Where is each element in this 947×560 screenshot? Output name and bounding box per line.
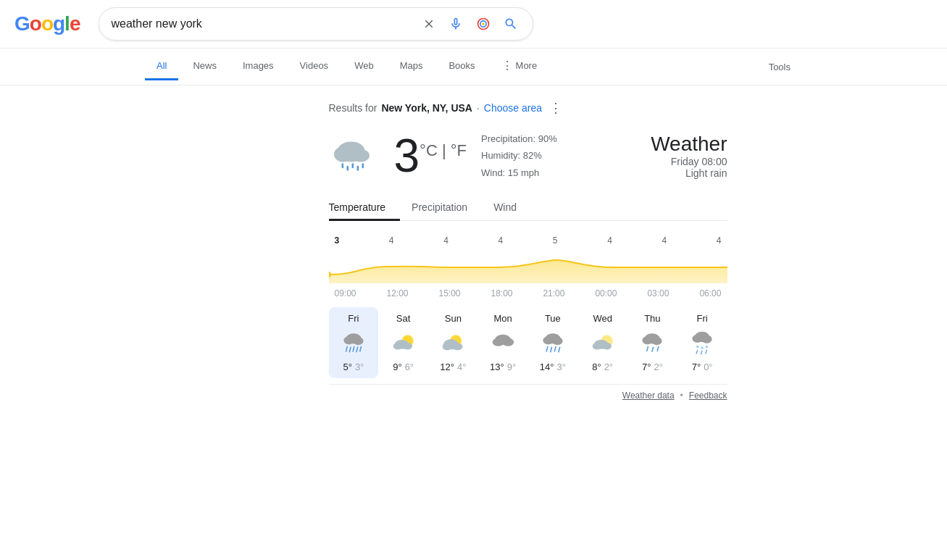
svg-point-21 — [393, 343, 402, 350]
chart-time-5: 00:00 — [595, 288, 617, 298]
day-sun[interactable]: Sun 12° 4° — [428, 307, 478, 378]
weather-details: Precipitation: 90% Humidity: 82% Wind: 1… — [481, 130, 557, 181]
results-dot: · — [477, 102, 480, 114]
tab-images[interactable]: Images — [231, 53, 285, 80]
chart-temp-3: 4 — [498, 235, 503, 246]
tab-all[interactable]: All — [145, 53, 178, 80]
chart-temp-1: 4 — [389, 235, 394, 246]
day-thu[interactable]: Thu 7° 2° — [627, 307, 677, 378]
svg-point-29 — [502, 338, 514, 346]
svg-point-43 — [652, 337, 662, 345]
temperature-chart-svg — [329, 247, 727, 283]
day-sat-icon — [389, 328, 418, 357]
day-wed[interactable]: Wed 8° 2° — [577, 307, 627, 378]
svg-point-52 — [706, 346, 708, 348]
search-icons — [420, 14, 521, 34]
svg-rect-9 — [356, 166, 359, 171]
svg-point-32 — [552, 337, 562, 345]
choose-area-link[interactable]: Choose area — [484, 102, 542, 114]
svg-point-48 — [693, 335, 703, 343]
day-fri-next-high: 7° — [692, 362, 701, 372]
temperature-display: 3 °C | °F — [394, 133, 467, 179]
chart-temp-4: 5 — [553, 235, 558, 246]
day-tue-high: 14° — [540, 362, 554, 372]
search-button[interactable] — [501, 14, 521, 34]
svg-point-40 — [602, 343, 612, 350]
day-tue-temps: 14° 3° — [540, 362, 566, 372]
more-dots-icon: ⋮ — [501, 59, 513, 72]
voice-search-button[interactable] — [446, 14, 466, 34]
day-fri-next[interactable]: Fri — [677, 307, 727, 378]
search-input[interactable]: weather new york — [111, 17, 414, 30]
svg-point-49 — [701, 335, 712, 343]
logo-o2: o — [41, 12, 53, 35]
svg-line-16 — [353, 347, 354, 351]
svg-point-13 — [353, 337, 363, 345]
svg-rect-10 — [362, 163, 364, 168]
day-fri-next-label: Fri — [697, 313, 708, 324]
svg-rect-8 — [351, 163, 354, 168]
svg-line-55 — [706, 351, 707, 354]
unit-separator: | — [442, 141, 446, 159]
weather-card: 3 °C | °F Precipitation: 90% Humidity: 8… — [329, 130, 727, 412]
day-mon-label: Mon — [493, 313, 512, 324]
weather-icon-main — [329, 134, 380, 177]
tab-web[interactable]: Web — [343, 53, 385, 80]
day-mon-icon — [488, 328, 517, 357]
chart-tabs: Temperature Precipitation Wind — [329, 196, 727, 221]
tab-books[interactable]: Books — [437, 53, 486, 80]
tab-videos[interactable]: Videos — [288, 53, 341, 80]
day-mon-low: 9° — [507, 362, 516, 372]
svg-line-18 — [360, 347, 362, 351]
chart-tab-temperature[interactable]: Temperature — [329, 196, 401, 221]
day-mon[interactable]: Mon 13° 9° — [478, 307, 528, 378]
clear-button[interactable] — [420, 14, 438, 33]
logo-g: G — [14, 12, 30, 35]
logo-l: l — [64, 12, 70, 35]
day-thu-low: 2° — [654, 362, 662, 372]
microphone-icon — [449, 17, 463, 31]
day-tue-label: Tue — [545, 313, 561, 324]
weather-data-link[interactable]: Weather data — [622, 390, 675, 401]
weather-label: Weather — [651, 133, 727, 156]
day-sat[interactable]: Sat 9° 6° — [378, 307, 428, 378]
more-options-icon[interactable]: ⋮ — [549, 100, 562, 116]
tab-news[interactable]: News — [181, 53, 228, 80]
svg-point-5 — [351, 149, 370, 162]
day-fri-current[interactable]: Fri 5° 3° — [329, 307, 379, 378]
svg-line-15 — [349, 348, 351, 352]
svg-point-42 — [643, 336, 653, 344]
svg-point-26 — [453, 343, 463, 351]
feedback-link[interactable]: Feedback — [689, 390, 727, 401]
tools-button[interactable]: Tools — [757, 54, 802, 80]
header: Google weather new york — [0, 0, 947, 49]
day-fri-temps: 5° 3° — [343, 362, 364, 372]
results-for: Results for New York, NY, USA · Choose a… — [329, 100, 727, 116]
fahrenheit-button[interactable]: °F — [451, 141, 467, 159]
svg-point-51 — [701, 347, 704, 349]
svg-point-4 — [334, 147, 352, 162]
chart-tab-precipitation[interactable]: Precipitation — [412, 196, 482, 221]
lens-button[interactable] — [473, 14, 493, 34]
precipitation-detail: Precipitation: 90% — [481, 130, 557, 147]
day-fri-high: 5° — [343, 362, 351, 372]
google-logo[interactable]: Google — [14, 12, 80, 35]
weather-right: Weather Friday 08:00 Light rain — [651, 133, 727, 179]
chart-time-0: 09:00 — [335, 288, 356, 298]
svg-line-36 — [559, 348, 560, 352]
svg-line-34 — [551, 348, 552, 352]
logo-g2: g — [53, 12, 64, 35]
svg-point-50 — [696, 346, 698, 348]
tab-maps[interactable]: Maps — [388, 53, 435, 80]
celsius-button[interactable]: °C — [420, 141, 438, 159]
day-sat-low: 6° — [405, 362, 414, 372]
day-tue[interactable]: Tue 14° 3° — [528, 307, 578, 378]
lens-icon — [476, 17, 491, 31]
chart-tab-wind[interactable]: Wind — [493, 196, 531, 221]
svg-point-22 — [403, 343, 412, 350]
day-thu-temps: 7° 2° — [642, 362, 663, 372]
tab-more[interactable]: ⋮ More — [490, 51, 549, 82]
svg-rect-7 — [346, 166, 349, 171]
svg-line-14 — [346, 347, 347, 351]
chart-time-3: 18:00 — [491, 288, 512, 298]
